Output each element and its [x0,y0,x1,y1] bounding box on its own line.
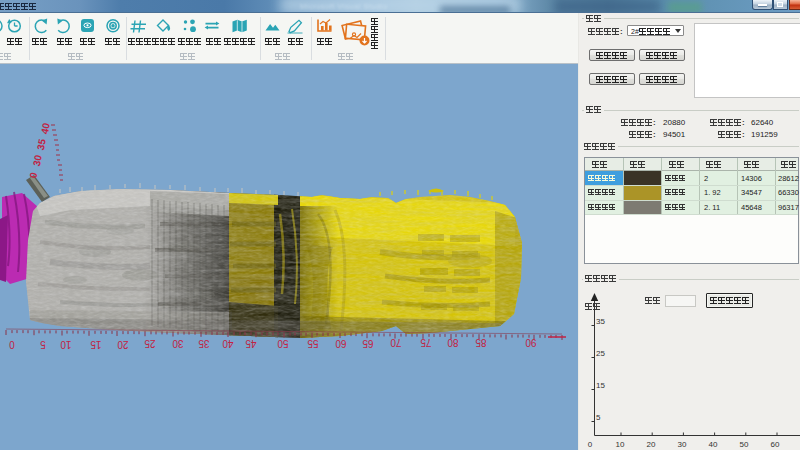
svg-text:45: 45 [245,338,257,349]
svg-text:60: 60 [335,338,347,349]
svg-text:10: 10 [616,440,625,449]
svg-text:10: 10 [60,339,72,350]
svg-text:5: 5 [596,413,601,422]
svg-text:25: 25 [596,349,605,358]
svg-text:15: 15 [90,339,102,350]
svg-text:25: 25 [144,338,156,349]
svg-text:65: 65 [362,338,374,349]
svg-text:30: 30 [172,338,184,349]
svg-text:35: 35 [596,317,605,326]
svg-text:60: 60 [771,440,780,449]
svg-text:0: 0 [588,440,593,449]
svg-text:90: 90 [525,337,537,348]
svg-text:50: 50 [277,338,289,349]
svg-text:75: 75 [420,337,432,348]
svg-text:20: 20 [647,440,656,449]
svg-text:30: 30 [678,440,687,449]
svg-text:40: 40 [222,338,234,349]
svg-text:50: 50 [740,440,749,449]
svg-text:15: 15 [596,381,605,390]
svg-text:5: 5 [40,339,46,350]
svg-text:0: 0 [9,339,15,350]
svg-text:40: 40 [709,440,718,449]
svg-text:70: 70 [390,337,402,348]
svg-text:35: 35 [198,338,210,349]
svg-text:55: 55 [307,338,319,349]
svg-text:20: 20 [117,339,129,350]
svg-text:80: 80 [447,337,459,348]
svg-text:85: 85 [475,337,487,348]
